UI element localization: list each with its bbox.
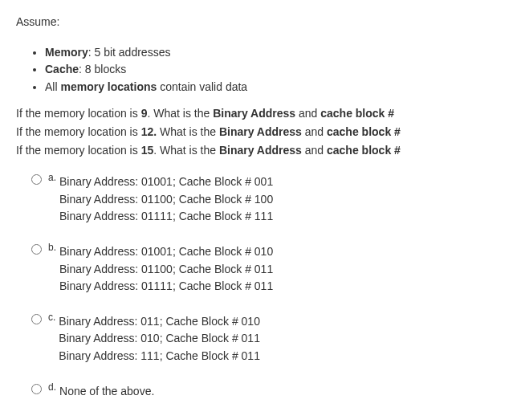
option-a: a. Binary Address: 01001; Cache Block # … xyxy=(16,173,501,226)
answer-options: a. Binary Address: 01001; Cache Block # … xyxy=(16,173,501,401)
option-letter: d. xyxy=(48,381,56,394)
bullet-prefix: All xyxy=(45,80,60,93)
radio-c[interactable] xyxy=(31,314,42,324)
option-letter: a. xyxy=(48,171,56,185)
intro-text: Assume: xyxy=(16,14,501,31)
radio-d[interactable] xyxy=(31,384,42,394)
option-line: None of the above. xyxy=(59,384,154,400)
option-c: c. Binary Address: 011; Cache Block # 01… xyxy=(16,312,501,366)
option-line: Binary Address: 010; Cache Block # 011 xyxy=(59,331,260,347)
question-block: If the memory location is 9. What is the… xyxy=(16,106,501,158)
question-line: If the memory location is 9. What is the… xyxy=(16,106,501,122)
bullet-rest: contain valid data xyxy=(157,80,247,93)
bullet-rest: : 8 blocks xyxy=(79,63,126,75)
option-line: Binary Address: 111; Cache Block # 011 xyxy=(59,349,260,365)
option-line: Binary Address: 01100; Cache Block # 011 xyxy=(59,262,273,278)
assumption-list: Memory: 5 bit addresses Cache: 8 blocks … xyxy=(16,45,501,96)
bullet-label: memory locations xyxy=(60,80,157,93)
question-line: If the memory location is 15. What is th… xyxy=(16,143,501,159)
option-line: Binary Address: 011; Cache Block # 010 xyxy=(59,314,260,330)
option-letter: b. xyxy=(48,241,56,255)
option-line: Binary Address: 01001; Cache Block # 001 xyxy=(59,174,273,190)
option-b: b. Binary Address: 01001; Cache Block # … xyxy=(16,243,501,296)
radio-a[interactable] xyxy=(31,174,42,185)
option-lines: Binary Address: 011; Cache Block # 010 B… xyxy=(59,312,260,366)
option-letter: c. xyxy=(48,311,55,324)
option-lines: Binary Address: 01001; Cache Block # 010… xyxy=(59,243,273,296)
option-lines: None of the above. xyxy=(59,382,154,402)
bullet-memory: Memory: 5 bit addresses xyxy=(45,45,501,61)
option-lines: Binary Address: 01001; Cache Block # 001… xyxy=(59,173,273,226)
question-line: If the memory location is 12. What is th… xyxy=(16,124,501,141)
bullet-cache: Cache: 8 blocks xyxy=(45,62,501,78)
option-line: Binary Address: 01001; Cache Block # 010 xyxy=(59,244,273,260)
bullet-label: Cache xyxy=(45,63,79,75)
bullet-memloc: All memory locations contain valid data xyxy=(45,80,501,96)
option-line: Binary Address: 01100; Cache Block # 100 xyxy=(59,192,273,208)
option-d: d. None of the above. xyxy=(16,382,501,402)
radio-b[interactable] xyxy=(31,244,42,255)
bullet-rest: : 5 bit addresses xyxy=(88,46,171,59)
option-line: Binary Address: 01111; Cache Block # 111 xyxy=(59,209,273,225)
option-line: Binary Address: 01111; Cache Block # 011 xyxy=(59,279,273,295)
bullet-label: Memory xyxy=(45,46,88,59)
